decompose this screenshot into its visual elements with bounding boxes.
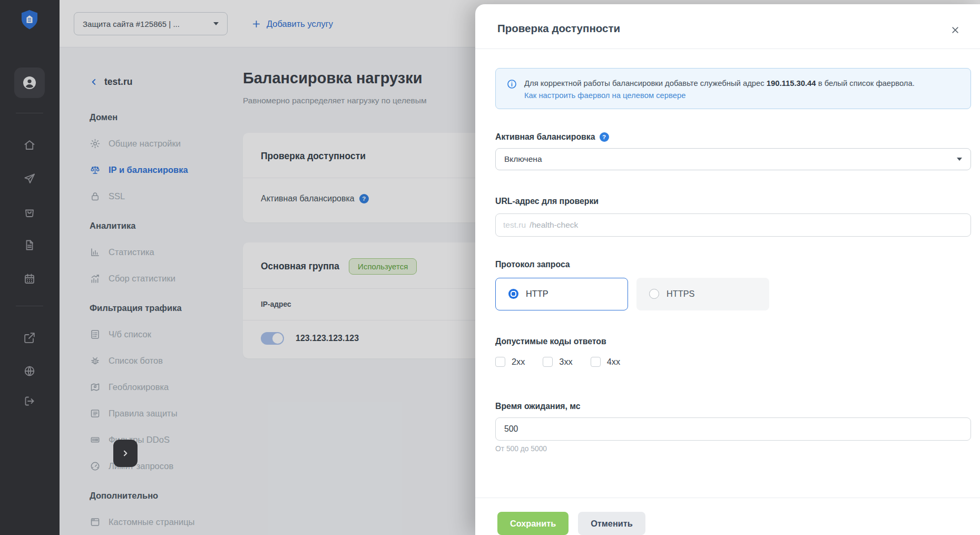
help-question-icon[interactable]: ?	[600, 132, 609, 142]
health-check-url-field[interactable]: test.ru	[495, 213, 971, 237]
radio-selected-icon	[508, 289, 518, 299]
active-balancing-label-row: Активная балансировка ?	[495, 132, 971, 142]
firewall-setup-link[interactable]: Как настроить фаервол на целевом сервере	[524, 91, 915, 100]
checkbox-2xx[interactable]: 2xx	[495, 357, 525, 367]
info-icon	[506, 79, 517, 100]
service-ip-address: 190.115.30.44	[767, 79, 816, 87]
modal-title: Проверка доступности	[497, 22, 958, 35]
timeout-hint: От 500 до 5000	[495, 445, 971, 453]
cancel-button[interactable]: Отменить	[578, 512, 645, 535]
protocol-option-http[interactable]: HTTP	[495, 278, 628, 310]
checkbox-label: 2xx	[512, 357, 525, 367]
timeout-input[interactable]	[495, 417, 971, 441]
checkbox-3xx[interactable]: 3xx	[543, 357, 572, 367]
protocol-options: HTTP HTTPS	[495, 278, 971, 310]
app-root: Защита сайта #125865 | ... Добавить услу…	[0, 0, 980, 535]
radio-unselected-icon	[649, 289, 659, 299]
checkbox-label: 3xx	[559, 357, 572, 367]
checkbox-4xx[interactable]: 4xx	[591, 357, 620, 367]
protocol-option-https[interactable]: HTTPS	[636, 278, 769, 310]
modal-footer: Сохранить Отменить	[475, 498, 980, 535]
active-balancing-label: Активная балансировка	[495, 132, 595, 142]
timeout-label: Время ожидания, мс	[495, 402, 971, 411]
url-label: URL-адрес для проверки	[495, 197, 971, 206]
modal-header: Проверка доступности	[475, 4, 980, 48]
chevron-down-icon	[957, 158, 962, 161]
checkbox-icon	[495, 357, 505, 367]
checkbox-icon	[591, 357, 601, 367]
protocol-option-label: HTTP	[526, 289, 548, 299]
protocol-option-label: HTTPS	[667, 289, 694, 299]
close-icon[interactable]	[950, 25, 960, 35]
url-path-input[interactable]	[530, 220, 963, 230]
active-balancing-select-value: Включена	[504, 154, 542, 164]
availability-check-modal: Проверка доступности Для корректной рабо…	[475, 4, 980, 535]
firewall-info-alert: Для корректной работы балансировки добав…	[495, 68, 971, 109]
alert-text: Для корректной работы балансировки добав…	[524, 77, 915, 90]
response-codes-options: 2xx 3xx 4xx	[495, 357, 971, 367]
checkbox-icon	[543, 357, 553, 367]
modal-body: Для корректной работы балансировки добав…	[475, 49, 980, 489]
save-button[interactable]: Сохранить	[497, 512, 569, 535]
active-balancing-select[interactable]: Включена	[495, 148, 971, 170]
checkbox-label: 4xx	[607, 357, 620, 367]
response-codes-label: Допустимые коды ответов	[495, 337, 971, 346]
protocol-label: Протокол запроса	[495, 260, 971, 269]
url-domain-prefix: test.ru	[503, 220, 526, 230]
